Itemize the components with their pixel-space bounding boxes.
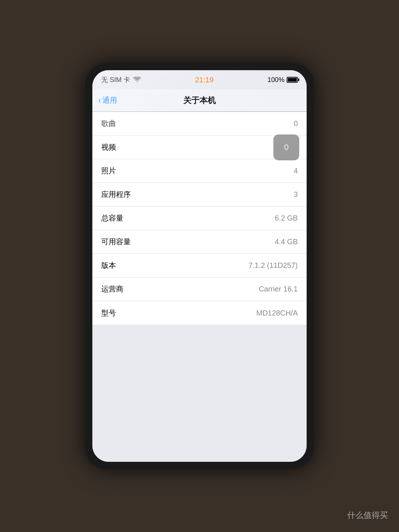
back-button[interactable]: ‹ 通用 (98, 95, 117, 105)
status-left: 无 SIM 卡 (101, 75, 141, 84)
battery-icon (287, 77, 298, 83)
model-label: 型号 (101, 308, 116, 318)
apps-label: 应用程序 (101, 190, 131, 200)
video-row: 视频 0 (92, 136, 307, 159)
available-capacity-row: 可用容量 4.4 GB (92, 230, 307, 254)
status-right: 100% (267, 76, 298, 84)
total-capacity-label: 总容量 (101, 213, 123, 223)
version-value: 7.1.2 (11D257) (249, 261, 298, 270)
watermark: 什么值得买 (347, 510, 388, 521)
carrier-row: 运营商 Carrier 16.1 (92, 277, 307, 301)
carrier-label: 无 SIM 卡 (101, 75, 130, 84)
status-time: 21:19 (195, 76, 214, 84)
total-capacity-row: 总容量 6.2 GB (92, 207, 307, 230)
battery-percent: 100% (267, 76, 284, 84)
songs-value: 0 (294, 119, 298, 128)
wifi-icon (133, 77, 141, 83)
back-label: 通用 (102, 95, 117, 105)
phone-frame: 无 SIM 卡 21:19 100% ‹ 通用 (85, 63, 314, 469)
model-row: 型号 MD128CH/A (92, 301, 307, 325)
content-area: 歌曲 0 视频 0 照片 4 应用程序 3 (92, 112, 307, 462)
apps-row: 应用程序 3 (92, 183, 307, 207)
version-row: 版本 7.1.2 (11D257) (92, 254, 307, 277)
version-label: 版本 (101, 260, 116, 270)
chevron-left-icon: ‹ (98, 96, 101, 105)
photos-row: 照片 4 (92, 159, 307, 183)
info-section: 歌曲 0 视频 0 照片 4 应用程序 3 (92, 112, 307, 325)
songs-row: 歌曲 0 (92, 112, 307, 136)
photos-label: 照片 (101, 166, 116, 176)
available-capacity-value: 4.4 GB (275, 238, 298, 246)
carrier-row-value: Carrier 16.1 (259, 285, 298, 293)
status-bar: 无 SIM 卡 21:19 100% (92, 70, 307, 89)
page-title: 关于本机 (183, 95, 216, 106)
battery-fill (288, 78, 297, 82)
nav-bar: ‹ 通用 关于本机 (92, 89, 307, 112)
photos-value: 4 (294, 167, 298, 175)
video-value: 0 (284, 143, 289, 152)
total-capacity-value: 6.2 GB (275, 214, 298, 222)
video-app-icon: 0 (273, 134, 299, 160)
model-value: MD128CH/A (256, 309, 298, 317)
phone-screen: 无 SIM 卡 21:19 100% ‹ 通用 (92, 70, 307, 462)
carrier-row-label: 运营商 (101, 284, 123, 294)
apps-value: 3 (294, 190, 298, 199)
songs-label: 歌曲 (101, 119, 116, 129)
available-capacity-label: 可用容量 (101, 237, 131, 247)
video-label: 视频 (101, 142, 116, 152)
